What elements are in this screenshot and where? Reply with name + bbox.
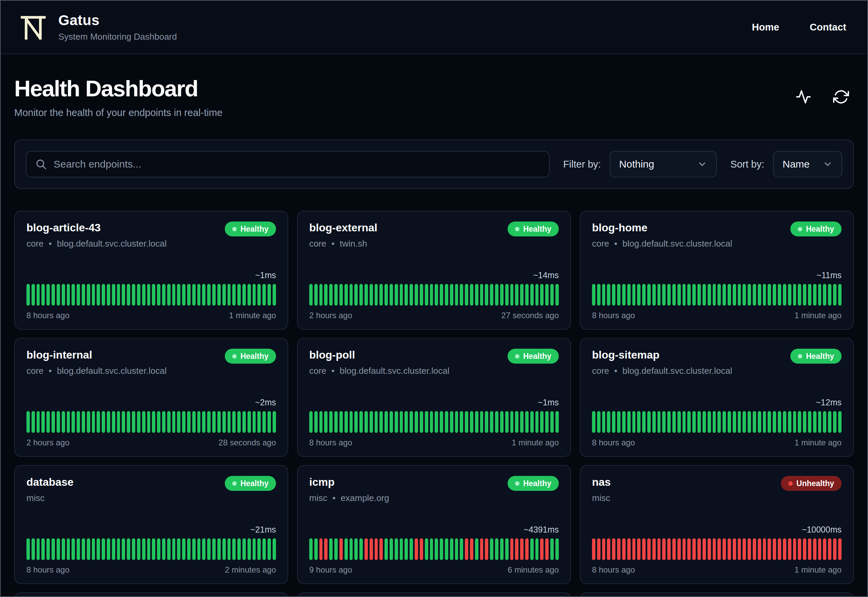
uptime-bar[interactable] (793, 411, 797, 433)
uptime-bar[interactable] (617, 411, 621, 433)
uptime-bar[interactable] (828, 284, 831, 306)
uptime-bar[interactable] (470, 411, 473, 433)
uptime-bar[interactable] (495, 538, 498, 560)
uptime-bar[interactable] (107, 538, 110, 560)
uptime-bar[interactable] (157, 538, 160, 560)
uptime-bar[interactable] (82, 411, 85, 433)
uptime-bar[interactable] (46, 411, 50, 433)
uptime-bar[interactable] (232, 538, 236, 560)
uptime-bar[interactable] (510, 284, 514, 306)
uptime-bar[interactable] (187, 284, 191, 306)
uptime-bar[interactable] (82, 538, 85, 560)
uptime-bar[interactable] (243, 284, 246, 306)
uptime-bar[interactable] (37, 411, 40, 433)
uptime-bar[interactable] (708, 538, 711, 560)
uptime-bar[interactable] (495, 284, 498, 306)
uptime-bar[interactable] (415, 538, 418, 560)
uptime-bar[interactable] (773, 284, 776, 306)
uptime-bar[interactable] (37, 284, 40, 306)
uptime-bar[interactable] (157, 411, 160, 433)
uptime-bar[interactable] (597, 284, 600, 306)
uptime-bar[interactable] (475, 538, 478, 560)
uptime-bar[interactable] (525, 538, 529, 560)
uptime-bar[interactable] (385, 538, 388, 560)
uptime-bar[interactable] (808, 411, 812, 433)
uptime-bar[interactable] (510, 411, 514, 433)
uptime-bar[interactable] (627, 538, 631, 560)
uptime-bar[interactable] (702, 411, 706, 433)
uptime-bar[interactable] (197, 538, 201, 560)
uptime-bar[interactable] (823, 538, 826, 560)
uptime-bar[interactable] (520, 411, 523, 433)
uptime-bar[interactable] (717, 284, 721, 306)
uptime-bar[interactable] (404, 538, 408, 560)
uptime-bar[interactable] (505, 411, 509, 433)
uptime-bar[interactable] (167, 538, 170, 560)
uptime-bar[interactable] (162, 411, 166, 433)
uptime-bar[interactable] (783, 284, 786, 306)
uptime-bar[interactable] (364, 284, 368, 306)
uptime-bar[interactable] (117, 411, 120, 433)
uptime-bar[interactable] (232, 411, 236, 433)
uptime-bar[interactable] (708, 284, 711, 306)
uptime-bar[interactable] (222, 411, 226, 433)
uptime-bar[interactable] (742, 284, 746, 306)
uptime-bar[interactable] (82, 284, 85, 306)
uptime-bar[interactable] (67, 538, 70, 560)
uptime-bar[interactable] (253, 411, 256, 433)
uptime-bar[interactable] (677, 284, 681, 306)
uptime-bar[interactable] (813, 538, 816, 560)
uptime-bar[interactable] (375, 284, 378, 306)
uptime-bar[interactable] (334, 538, 338, 560)
uptime-bar[interactable] (435, 411, 438, 433)
uptime-bar[interactable] (228, 411, 231, 433)
uptime-bar[interactable] (838, 538, 841, 560)
uptime-bar[interactable] (773, 411, 776, 433)
uptime-bar[interactable] (727, 411, 731, 433)
uptime-bar[interactable] (803, 284, 806, 306)
uptime-bar[interactable] (339, 538, 343, 560)
uptime-bar[interactable] (607, 284, 610, 306)
uptime-bar[interactable] (257, 538, 261, 560)
uptime-bar[interactable] (637, 538, 640, 560)
uptime-bar[interactable] (142, 538, 145, 560)
uptime-bar[interactable] (758, 284, 761, 306)
uptime-bar[interactable] (445, 538, 448, 560)
search-input[interactable] (53, 158, 540, 170)
uptime-bar[interactable] (733, 411, 736, 433)
uptime-bar[interactable] (833, 411, 837, 433)
uptime-bar[interactable] (763, 411, 766, 433)
uptime-bar[interactable] (46, 284, 50, 306)
uptime-bar[interactable] (177, 538, 181, 560)
uptime-bar[interactable] (592, 538, 595, 560)
uptime-bar[interactable] (738, 284, 741, 306)
uptime-bar[interactable] (375, 538, 378, 560)
uptime-bar[interactable] (359, 411, 363, 433)
uptime-bar[interactable] (692, 284, 696, 306)
uptime-bar[interactable] (607, 538, 610, 560)
uptime-bar[interactable] (440, 284, 443, 306)
uptime-bar[interactable] (763, 284, 766, 306)
uptime-bar[interactable] (450, 411, 453, 433)
uptime-bar[interactable] (652, 411, 656, 433)
uptime-bar[interactable] (56, 284, 60, 306)
uptime-bar[interactable] (268, 284, 271, 306)
uptime-bar[interactable] (658, 411, 661, 433)
uptime-bar[interactable] (733, 538, 736, 560)
uptime-bar[interactable] (783, 411, 786, 433)
uptime-bar[interactable] (742, 411, 746, 433)
uptime-bar[interactable] (222, 538, 226, 560)
uptime-bar[interactable] (778, 284, 781, 306)
uptime-bar[interactable] (798, 284, 801, 306)
uptime-bar[interactable] (385, 284, 388, 306)
uptime-bar[interactable] (470, 284, 473, 306)
uptime-bar[interactable] (692, 411, 696, 433)
uptime-bar[interactable] (400, 411, 403, 433)
uptime-bar[interactable] (364, 411, 368, 433)
uptime-bar[interactable] (597, 538, 600, 560)
endpoint-card[interactable]: nas misc Unhealthy ~10000ms 8 hours ago … (580, 465, 854, 584)
uptime-bar[interactable] (268, 411, 271, 433)
uptime-bar[interactable] (37, 538, 40, 560)
uptime-bar[interactable] (602, 538, 606, 560)
uptime-bar[interactable] (182, 411, 185, 433)
